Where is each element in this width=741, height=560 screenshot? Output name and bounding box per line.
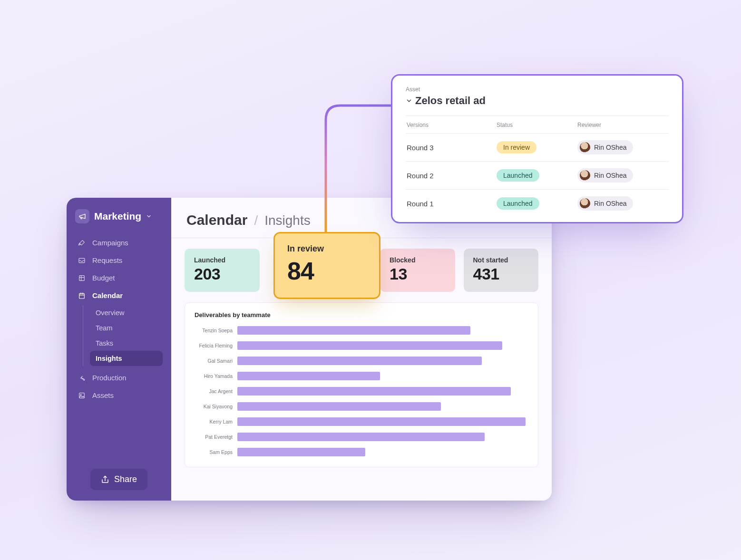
chart-bar-fill xyxy=(237,326,470,335)
chart-bar-row: Sam Epps xyxy=(195,447,528,457)
chart-bars-container: Tenzin SoepaFelicia FlemingGal SamariHir… xyxy=(195,325,528,457)
asset-meta-label: Asset xyxy=(406,86,669,93)
avatar xyxy=(580,198,590,209)
chart-bar-fill xyxy=(237,387,511,396)
sidebar-item-label: Calendar xyxy=(92,291,123,299)
breadcrumb-current: Insights xyxy=(264,213,311,228)
stat-card-in-review[interactable]: In review 84 xyxy=(273,232,380,299)
stat-value: 13 xyxy=(390,265,446,283)
sidebar-item-campaigns[interactable]: Campaigns xyxy=(75,234,163,251)
stat-label: Launched xyxy=(194,256,250,264)
asset-title-toggle[interactable]: Zelos retail ad xyxy=(406,95,669,107)
chart-bar-fill xyxy=(237,357,482,365)
share-button-label: Share xyxy=(114,474,137,484)
sidebar-item-production[interactable]: Production xyxy=(75,369,163,386)
chart-bar-row: Pat Everetgt xyxy=(195,432,528,442)
inbox-icon xyxy=(78,257,87,264)
chart-bar-label: Felicia Fleming xyxy=(195,343,237,348)
asset-detail-panel: Asset Zelos retail ad Versions Status Re… xyxy=(391,74,683,223)
breadcrumb-separator: / xyxy=(254,213,258,228)
status-badge: Launched xyxy=(497,169,539,182)
asset-table-row[interactable]: Round 1LaunchedRin OShea xyxy=(406,189,669,217)
chart-bar-track xyxy=(237,448,528,456)
chart-bar-row: Kerry Lam xyxy=(195,416,528,427)
sidebar-item-calendar[interactable]: Calendar xyxy=(75,287,163,304)
stat-label: Blocked xyxy=(390,256,446,264)
svg-rect-1 xyxy=(79,275,85,280)
chart-bar-label: Pat Everetgt xyxy=(195,434,237,440)
workspace-switcher[interactable]: Marketing xyxy=(75,209,163,223)
subnav-label: Tasks xyxy=(96,339,113,347)
sidebar-item-budget[interactable]: Budget xyxy=(75,269,163,287)
chart-bar-label: Hiro Yamada xyxy=(195,373,237,379)
sidebar-item-assets[interactable]: Assets xyxy=(75,386,163,404)
reviewer-chip[interactable]: Rin OShea xyxy=(577,140,633,154)
svg-rect-2 xyxy=(79,293,85,299)
chart-bar-track xyxy=(237,433,528,441)
reviewer-chip[interactable]: Rin OShea xyxy=(577,168,633,183)
chart-bar-track xyxy=(237,402,528,411)
chart-bar-row: Kai Siyavong xyxy=(195,401,528,412)
subnav-label: Overview xyxy=(96,309,124,317)
chart-bar-fill xyxy=(237,417,526,426)
chart-bar-fill xyxy=(237,372,380,380)
chart-bar-label: Tenzin Soepa xyxy=(195,328,237,333)
col-header-status: Status xyxy=(497,122,577,128)
reviewer-name: Rin OShea xyxy=(594,200,626,207)
chevron-down-icon xyxy=(146,213,152,219)
subnav-label: Insights xyxy=(96,355,122,362)
asset-table-row[interactable]: Round 3In reviewRin OShea xyxy=(406,133,669,161)
stat-value: 431 xyxy=(473,265,529,283)
status-badge: Launched xyxy=(497,197,539,210)
spreadsheet-icon xyxy=(78,274,87,282)
subnav-item-insights[interactable]: Insights xyxy=(90,351,163,366)
rocket-icon xyxy=(78,239,87,247)
stat-value: 84 xyxy=(287,257,367,285)
chart-bar-track xyxy=(237,387,528,396)
share-button[interactable]: Share xyxy=(90,469,147,490)
asset-title: Zelos retail ad xyxy=(415,95,486,107)
sidebar-item-label: Production xyxy=(92,374,127,382)
sidebar-item-label: Campaigns xyxy=(92,239,128,247)
sidebar-item-requests[interactable]: Requests xyxy=(75,251,163,269)
chevron-down-icon xyxy=(406,97,412,104)
breadcrumb-root[interactable]: Calendar xyxy=(186,212,247,228)
status-badge: In review xyxy=(497,141,536,154)
chart-title: Deliverables by teammate xyxy=(195,311,528,319)
stat-card-blocked[interactable]: Blocked 13 xyxy=(380,249,455,292)
deliverables-chart: Deliverables by teammate Tenzin SoepaFel… xyxy=(185,302,538,467)
chart-bar-label: Kerry Lam xyxy=(195,419,237,425)
chart-bar-fill xyxy=(237,402,441,411)
subnav-item-tasks[interactable]: Tasks xyxy=(90,336,163,351)
stat-card-not-started[interactable]: Not started 431 xyxy=(464,249,539,292)
reviewer-name: Rin OShea xyxy=(594,144,626,151)
svg-point-4 xyxy=(80,394,81,395)
reviewer-name: Rin OShea xyxy=(594,172,626,179)
sidebar: Marketing Campaigns Requests Budget Cale… xyxy=(67,198,171,501)
reviewer-chip[interactable]: Rin OShea xyxy=(577,196,633,211)
chart-bar-row: Jac Argent xyxy=(195,386,528,396)
subnav-item-overview[interactable]: Overview xyxy=(90,305,163,320)
chart-bar-fill xyxy=(237,448,365,456)
image-icon xyxy=(78,392,87,399)
stat-value: 203 xyxy=(194,265,250,283)
chart-bar-track xyxy=(237,357,528,365)
svg-rect-3 xyxy=(79,393,85,398)
asset-version: Round 1 xyxy=(407,200,497,208)
chart-bar-row: Gal Samari xyxy=(195,356,528,366)
avatar xyxy=(580,170,590,181)
sidebar-item-label: Assets xyxy=(92,391,114,399)
chart-bar-fill xyxy=(237,433,485,441)
asset-table-row[interactable]: Round 2LaunchedRin OShea xyxy=(406,161,669,189)
chart-bar-label: Kai Siyavong xyxy=(195,404,237,409)
sidebar-item-label: Budget xyxy=(92,274,115,282)
chart-bar-row: Felicia Fleming xyxy=(195,340,528,351)
asset-table-header: Versions Status Reviewer xyxy=(406,116,669,133)
chart-bar-track xyxy=(237,341,528,350)
sidebar-item-label: Requests xyxy=(92,256,122,264)
asset-version: Round 3 xyxy=(407,144,497,152)
subnav-item-team[interactable]: Team xyxy=(90,320,163,336)
chart-bar-label: Gal Samari xyxy=(195,358,237,364)
asset-version: Round 2 xyxy=(407,172,497,180)
stat-card-launched[interactable]: Launched 203 xyxy=(185,249,260,292)
